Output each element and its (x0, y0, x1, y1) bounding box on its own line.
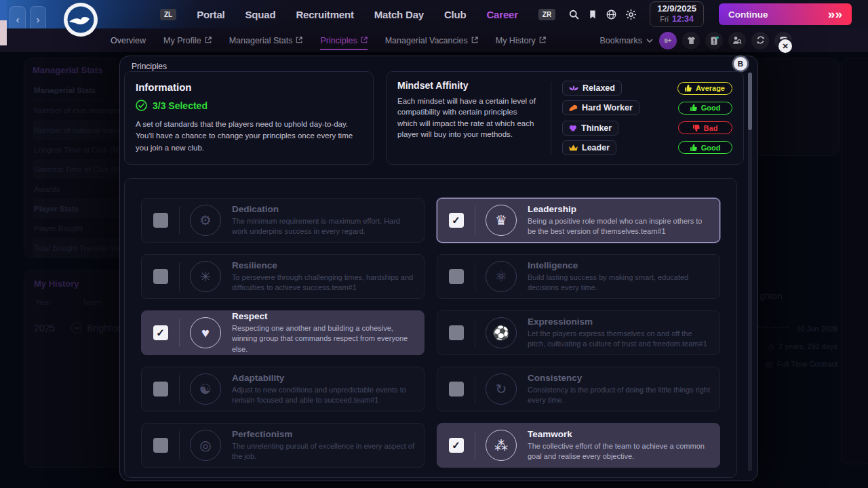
close-button[interactable]: ✕ (778, 39, 792, 53)
hands-heart-icon: ♥ (190, 317, 221, 348)
external-link-icon (296, 36, 302, 45)
principle-checkbox-expressionism[interactable] (449, 325, 464, 340)
sub-nav-principles[interactable]: Principles (320, 30, 367, 51)
principle-card-adaptability[interactable]: ☯AdaptabilityAdjust to new conditions an… (141, 367, 425, 411)
principle-checkbox-consistency[interactable] (449, 382, 464, 396)
main-nav-portal[interactable]: Portal (197, 9, 224, 20)
principles-modal: Principles B Information 3/3 Selected A … (119, 56, 758, 481)
card-alert-icon[interactable] (705, 32, 723, 49)
double-chevron-icon: »» (828, 7, 842, 22)
thought-gear-icon: ⚛ (486, 261, 517, 292)
mindset-row-leader: LeaderGood (562, 140, 732, 156)
selected-count: 3/3 Selected (153, 100, 208, 111)
scout-icon[interactable] (728, 32, 746, 49)
rating-label: Average (696, 84, 725, 92)
thumbs-down-icon (693, 125, 700, 131)
controller-b-button[interactable]: B (734, 57, 747, 70)
mindset-chip-hard-worker: Hard Worker (562, 100, 639, 115)
principle-checkbox-adaptability[interactable] (153, 382, 168, 396)
day-time-value: Fri12:34 (657, 14, 696, 24)
sub-nav-managerial-vacancies[interactable]: Managerial Vacancies (385, 30, 478, 51)
principle-text: RespectRespecting one another and buildi… (232, 311, 424, 354)
principle-text: TeamworkThe collective effort of the tea… (528, 429, 719, 462)
principle-card-intelligence[interactable]: ⚛IntelligenceBuild lasting success by ma… (437, 254, 720, 299)
card-divider (179, 431, 180, 460)
principle-title: Leadership (528, 204, 711, 214)
principle-checkbox-leadership[interactable]: ✓ (449, 213, 464, 228)
bookmark-shortcut-icons: 9+ (659, 32, 792, 49)
principle-text: DedicationThe minimum requirement is max… (232, 204, 424, 237)
principle-checkbox-resilience[interactable] (153, 269, 168, 284)
top-navigation-bar: ‹ › ZLPortalSquadRecruitmentMatch DayClu… (0, 0, 868, 28)
main-nav-club[interactable]: Club (444, 9, 467, 20)
sub-nav-overview[interactable]: Overview (111, 30, 146, 51)
principle-checkbox-teamwork[interactable]: ✓ (449, 438, 464, 453)
principle-checkbox-perfectionism[interactable] (153, 438, 168, 453)
card-divider (179, 375, 180, 403)
checkbox-wrap (437, 382, 475, 396)
information-description: A set of standards that the players need… (136, 119, 362, 154)
checkbox-wrap: ✓ (142, 325, 179, 340)
information-heading: Information (136, 81, 362, 93)
mindset-description: Each mindset will have a certain level o… (397, 96, 538, 140)
principle-card-perfectionism[interactable]: ◎PerfectionismThe unrelenting pursuit of… (141, 423, 425, 468)
globe-icon[interactable] (606, 9, 616, 20)
brighton-club-crest[interactable] (63, 2, 98, 37)
sub-nav-label: Managerial Vacancies (385, 36, 468, 45)
sync-icon[interactable] (751, 32, 769, 49)
main-nav-match-day[interactable]: Match Day (374, 9, 424, 20)
vertical-divider (551, 81, 551, 155)
shirt-icon[interactable] (682, 32, 700, 49)
principle-card-resilience[interactable]: ✳ResilienceTo persevere through challeng… (141, 254, 425, 299)
sub-nav-managerial-stats[interactable]: Managerial Stats (229, 30, 303, 51)
sub-nav-my-history[interactable]: My History (496, 30, 546, 51)
principle-text: LeadershipBeing a positive role model wh… (528, 204, 719, 237)
checkbox-wrap (142, 438, 179, 453)
main-nav-recruitment[interactable]: Recruitment (296, 9, 353, 20)
scrollbar-thumb[interactable] (748, 73, 752, 130)
messages-icon[interactable]: 9+ (659, 32, 677, 49)
brain-icon: ✳ (190, 261, 221, 292)
principle-description: To persevere through challenging times, … (232, 272, 416, 293)
checkbox-wrap (142, 213, 179, 228)
card-divider (179, 206, 180, 235)
principle-title: Expressionism (528, 317, 711, 327)
principle-card-teamwork[interactable]: ✓⁂TeamworkThe collective effort of the t… (437, 423, 720, 468)
lotus-icon (569, 85, 578, 92)
search-icon[interactable] (569, 9, 579, 20)
principle-checkbox-dedication[interactable] (153, 213, 168, 228)
scrollbar[interactable] (748, 73, 752, 471)
rating-label: Bad (704, 124, 718, 132)
org-chart-icon: ⁂ (486, 430, 517, 461)
principle-card-leadership[interactable]: ✓♛LeadershipBeing a positive role model … (437, 198, 720, 243)
rating-pill-leader: Good (678, 141, 732, 154)
principle-card-respect[interactable]: ✓♥RespectRespecting one another and buil… (141, 310, 425, 355)
controller-badge-zr: ZR (538, 9, 555, 20)
main-nav-career[interactable]: Career (486, 9, 517, 20)
cycle-icon: ↻ (486, 373, 517, 405)
external-link-icon (471, 36, 478, 45)
sub-nav-label: Managerial Stats (229, 36, 293, 45)
main-nav-squad[interactable]: Squad (245, 9, 276, 20)
mindset-label: Leader (582, 143, 610, 152)
bookmarks-dropdown[interactable]: Bookmarks (599, 36, 653, 45)
principle-title: Teamwork (528, 429, 711, 439)
principle-description: Let the players express themselves on an… (528, 329, 711, 350)
principle-checkbox-respect[interactable]: ✓ (153, 325, 168, 340)
principle-card-expressionism[interactable]: ⚽ExpressionismLet the players express th… (437, 310, 720, 355)
principle-card-consistency[interactable]: ↻ConsistencyConsistency is the product o… (437, 367, 720, 411)
bookmark-icon[interactable] (589, 10, 597, 19)
main-nav-items: ZLPortalSquadRecruitmentMatch DayClubCar… (160, 9, 555, 20)
continue-button[interactable]: Continue »» (719, 3, 852, 25)
crown-icon: ♛ (486, 205, 517, 236)
game-date-display: 12/9/2025 Fri12:34 (650, 1, 704, 26)
card-divider (179, 262, 180, 291)
external-link-icon (539, 36, 546, 45)
principle-card-dedication[interactable]: ⚙DedicationThe minimum requirement is ma… (141, 198, 425, 243)
sub-nav-my-profile[interactable]: My Profile (163, 30, 212, 51)
principles-list-panel: ⚙DedicationThe minimum requirement is ma… (124, 178, 737, 478)
principle-description: Respecting one another and building a co… (232, 323, 416, 354)
principle-checkbox-intelligence[interactable] (449, 269, 464, 284)
settings-gear-icon[interactable] (626, 9, 636, 20)
information-panel: Information 3/3 Selected A set of standa… (124, 71, 374, 165)
